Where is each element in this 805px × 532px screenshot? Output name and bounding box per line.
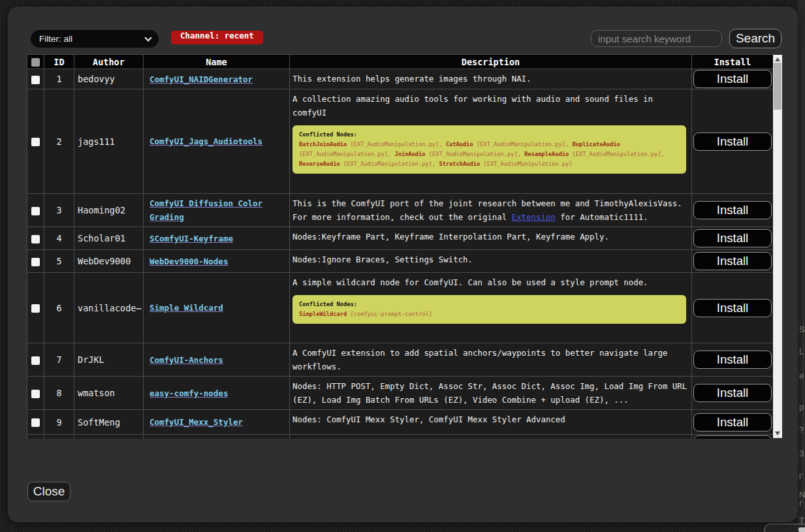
extension-name-link[interactable]: ComfyUI Diffusion Color Grading [150,198,262,222]
row-author: wmatson [74,377,144,410]
conflict-node-source: [EXT_AudioManipulation.py], [572,151,664,157]
row-checkbox[interactable] [31,390,40,398]
filter-select[interactable]: Filter: all [31,30,159,48]
background-text-fragment: 3 [799,448,804,458]
scrollbar-down-arrow-icon[interactable] [775,431,780,435]
extension-name-link[interactable]: ComfyUI_NAIDGenerator [150,74,253,84]
row-author: jags111 [74,89,144,194]
install-button[interactable]: Install [693,70,772,88]
row-checkbox[interactable] [31,207,40,215]
conflict-items: SimpleWildcard [comfyui-prompt-control] [299,309,680,319]
row-id: 5 [44,250,74,273]
conflict-node-name: DuplicateAudio [572,141,620,148]
conflict-node-name: ResampleAudio [524,151,569,157]
row-description: Nodes:Ignore Braces, Settings Switch. [292,253,690,266]
table-row: 6 vanillacode⋯ Simple Wildcard A simple … [27,273,774,343]
channel-badge: Channel: recent [171,31,263,44]
conflict-node-source: [EXT_AudioManipulation.py], [477,141,569,148]
header-install: Install [692,55,774,69]
row-author: DrJKL [74,343,144,377]
table-row: 10 zcfrank1st ComfyUI Yolov8 Nodes: Yolo… [27,435,774,439]
row-description: Nodes: ComfyUI Mexx Styler, ComfyUI Mexx… [292,413,690,426]
row-id: 8 [44,377,74,410]
background-window-strip: S L e p ? 3 i' N r T [798,0,805,532]
background-text-fragment: ? [799,425,804,435]
row-checkbox[interactable] [31,138,40,146]
install-button[interactable]: Install [693,201,772,219]
background-text-fragment: i' [799,471,802,481]
row-checkbox[interactable] [31,258,40,266]
row-id: 2 [44,89,74,194]
table-row: 7 DrJKL ComfyUI-Anchors A ComfyUI extens… [27,343,774,377]
row-checkbox[interactable] [31,356,40,365]
conflict-title: Conflicted Nodes: [299,130,680,140]
row-description: A collection amazing audio tools for wor… [292,92,690,119]
extension-name-link[interactable]: SComfyUI-Keyframe [150,234,233,243]
row-description: This extension helps generate images thr… [292,72,690,86]
install-button[interactable]: Install [693,133,772,151]
install-button[interactable]: Install [693,229,772,247]
row-id: 4 [44,227,74,250]
scrollbar-thumb[interactable] [774,63,781,110]
row-description: A simple wildcard node for ComfyUI. Can … [292,275,690,289]
conflict-node-source: [EXT_AudioManipulation.py], [299,151,391,157]
table-row: 8 wmatson easy-comfy-nodes Nodes: HTTP P… [27,377,774,410]
extension-name-link[interactable]: easy-comfy-nodes [150,388,228,398]
header-description: Description [290,55,692,69]
conflict-node-name: SimpleWildcard [299,311,347,317]
conflict-node-source: [EXT_AudioManipulation.py] [483,161,572,167]
install-button[interactable]: Install [693,413,772,431]
conflict-node-name: CutAudio [446,141,473,148]
description-text: for Automatic1111. [556,212,648,222]
search-button[interactable]: Search [729,29,781,48]
row-author: bedovyy [74,69,144,89]
row-author: vanillacode⋯ [74,273,144,343]
extension-name-link[interactable]: Simple Wildcard [150,303,223,313]
conflict-node-name: JoinAudio [394,151,425,157]
row-checkbox[interactable] [31,418,40,427]
background-text-fragment: e [799,371,804,381]
scrollbar-up-arrow-icon[interactable] [775,57,780,61]
row-id: 3 [44,194,74,227]
extension-name-link[interactable]: ComfyUI_Mexx_Styler [150,417,243,427]
extension-name-link[interactable]: ComfyUI_Jags_Audiotools [150,136,262,146]
row-author: SoftMeng [74,410,144,435]
extension-name-link[interactable]: ComfyUI-Anchors [150,355,223,365]
select-all-checkbox[interactable] [31,58,40,67]
install-button[interactable]: Install [693,384,772,402]
install-button[interactable]: Install [693,299,772,317]
table-row: 9 SoftMeng ComfyUI_Mexx_Styler Nodes: Co… [27,410,774,435]
background-button-fragment [798,527,805,532]
install-button[interactable]: Install [693,351,772,369]
row-checkbox[interactable] [31,76,40,84]
custom-nodes-dialog: Filter: all Channel: recent Search ID Au… [8,7,798,522]
install-button[interactable]: Install [693,435,772,439]
close-button[interactable]: Close [27,482,71,501]
search-input[interactable] [591,30,722,47]
row-description: This is the ComfyUI port of the joint re… [292,196,690,224]
table-row: 1 bedovyy ComfyUI_NAIDGenerator This ext… [27,69,774,89]
row-checkbox[interactable] [31,235,40,243]
extension-name-link[interactable]: WebDev9000-Nodes [150,257,228,266]
install-button[interactable]: Install [693,252,772,270]
header-name: Name [144,55,290,69]
row-id: 10 [44,435,74,439]
conflicted-nodes-warning: Conflicted Nodes: BatchJoinAudio [EXT_Au… [292,125,686,174]
row-description: A ComfyUI extension to add spatial ancho… [292,346,690,373]
row-checkbox[interactable] [31,304,40,313]
row-description: Nodes: HTTP POST, Empty Dict, Assoc Str,… [292,379,690,407]
row-author: zcfrank1st [74,435,144,439]
row-description: Nodes:Keyframe Part, Keyframe Interpolat… [292,230,690,243]
extension-inline-link[interactable]: Extension [512,212,556,222]
background-text-fragment: S [799,324,805,334]
custom-nodes-table-zone: ID Author Name Description Install 1 bed… [27,54,782,439]
header-author: Author [74,55,144,69]
background-text-fragment: p [799,402,804,412]
row-id: 6 [44,273,74,343]
conflict-node-source: [EXT_AudioManipulation.py], [343,161,435,167]
conflicted-nodes-warning: Conflicted Nodes: SimpleWildcard [comfyu… [292,295,686,324]
row-id: 1 [44,69,74,89]
table-scrollbar[interactable] [773,55,782,438]
row-author: WebDev9000 [74,250,144,273]
conflict-node-name: BatchJoinAudio [299,141,347,148]
